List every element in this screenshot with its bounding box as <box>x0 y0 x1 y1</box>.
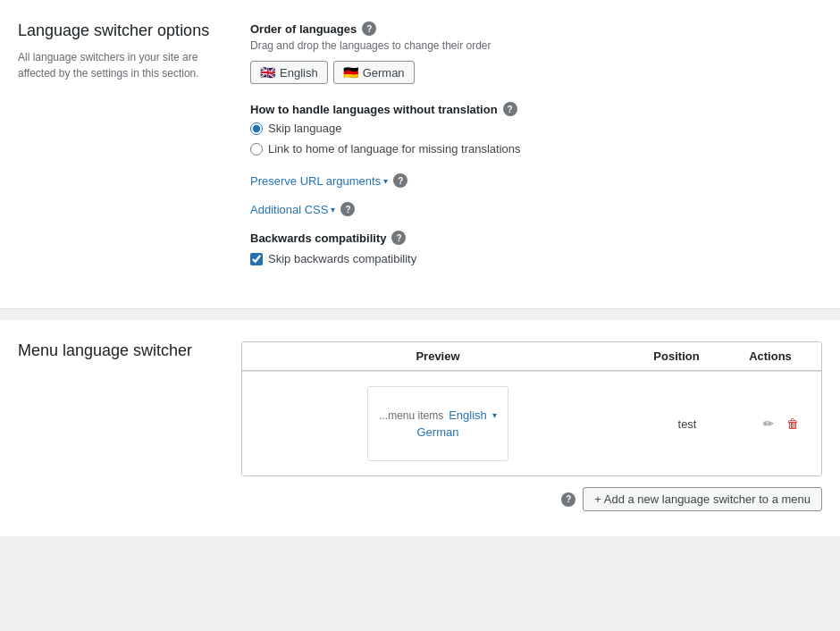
preview-cell: ...menu items English ▾ German <box>367 386 508 461</box>
additional-css-help-icon[interactable]: ? <box>340 202 355 216</box>
right-panel-top: Order of languages ? Drag and drop the l… <box>250 21 822 283</box>
language-buttons: 🇬🇧 English 🇩🇪 German <box>250 61 822 84</box>
preview-menu-line: ...menu items English ▾ <box>379 408 497 422</box>
radio-skip-label: Skip language <box>268 122 341 135</box>
edit-button[interactable]: ✏ <box>760 413 777 434</box>
radio-group: Skip language Link to home of language f… <box>250 122 822 156</box>
handle-languages-field: How to handle languages without translat… <box>250 102 822 156</box>
preview-cell-td: ...menu items English ▾ German <box>242 372 634 475</box>
position-cell: test <box>634 372 741 475</box>
menu-section-title: Menu language switcher <box>18 341 214 360</box>
lang-btn-english[interactable]: 🇬🇧 English <box>250 61 328 84</box>
top-section: Language switcher options All language s… <box>0 0 840 309</box>
preview-german[interactable]: German <box>417 425 459 439</box>
radio-link-input[interactable] <box>250 143 263 156</box>
th-position: Position <box>623 349 730 363</box>
german-flag: 🇩🇪 <box>343 65 358 80</box>
radio-link-label: Link to home of language for missing tra… <box>268 142 521 156</box>
add-switcher-button[interactable]: + Add a new language switcher to a menu <box>583 487 822 511</box>
position-value: test <box>678 417 697 431</box>
radio-skip-input[interactable] <box>250 122 263 135</box>
left-panel-top: Language switcher options All language s… <box>18 21 214 283</box>
order-label: Order of languages ? <box>250 21 822 36</box>
actions-cell: ✏ 🗑 <box>741 372 821 475</box>
bottom-actions: ? + Add a new language switcher to a men… <box>241 487 822 511</box>
skip-backwards-option[interactable]: Skip backwards compatibility <box>250 252 822 265</box>
left-panel-bottom: Menu language switcher <box>18 341 214 511</box>
additional-css-row: Additional CSS ▾ ? <box>250 202 822 216</box>
menu-switcher-table: Preview Position Actions ...menu items E… <box>241 341 822 476</box>
radio-skip[interactable]: Skip language <box>250 122 822 135</box>
german-label: German <box>363 66 405 80</box>
lang-btn-german[interactable]: 🇩🇪 German <box>333 61 415 84</box>
backwards-label: Backwards compatibility ? <box>250 231 822 245</box>
pencil-icon: ✏ <box>763 416 774 431</box>
trash-icon: 🗑 <box>786 416 799 431</box>
backwards-compat-field: Backwards compatibility ? Skip backwards… <box>250 231 822 265</box>
radio-link[interactable]: Link to home of language for missing tra… <box>250 142 822 156</box>
section-title: Language switcher options <box>18 21 214 40</box>
additional-css-arrow: ▾ <box>331 205 335 215</box>
preserve-url-help-icon[interactable]: ? <box>393 173 407 188</box>
th-preview: Preview <box>253 349 623 363</box>
table-row: ...menu items English ▾ German test <box>242 371 821 475</box>
section-divider <box>0 309 840 320</box>
skip-backwards-checkbox[interactable] <box>250 253 263 265</box>
preserve-url-link[interactable]: Preserve URL arguments ▾ <box>250 174 388 188</box>
preview-dots: ...menu items <box>379 409 443 422</box>
handle-help-icon[interactable]: ? <box>503 102 517 116</box>
right-panel-bottom: Preview Position Actions ...menu items E… <box>241 341 822 511</box>
table-header: Preview Position Actions <box>242 342 821 371</box>
delete-button[interactable]: 🗑 <box>783 413 802 434</box>
preview-dropdown-arrow: ▾ <box>492 410 497 420</box>
order-desc: Drag and drop the languages to change th… <box>250 39 822 52</box>
skip-backwards-label: Skip backwards compatibility <box>268 252 416 265</box>
bottom-section: Menu language switcher Preview Position … <box>0 320 840 536</box>
th-actions: Actions <box>730 349 811 363</box>
order-of-languages-field: Order of languages ? Drag and drop the l… <box>250 21 822 84</box>
handle-label: How to handle languages without translat… <box>250 102 822 116</box>
english-label: English <box>280 66 318 80</box>
english-flag: 🇬🇧 <box>260 65 275 80</box>
section-description: All language switchers in your site are … <box>18 49 214 81</box>
add-help-icon[interactable]: ? <box>561 492 575 507</box>
backwards-help-icon[interactable]: ? <box>391 231 406 245</box>
preserve-url-arrow: ▾ <box>383 176 388 186</box>
order-help-icon[interactable]: ? <box>362 21 376 36</box>
preserve-url-row: Preserve URL arguments ▾ ? <box>250 173 822 188</box>
additional-css-link[interactable]: Additional CSS ▾ <box>250 203 335 216</box>
preview-english-link[interactable]: English <box>449 408 487 422</box>
page-wrapper: Language switcher options All language s… <box>0 0 840 631</box>
